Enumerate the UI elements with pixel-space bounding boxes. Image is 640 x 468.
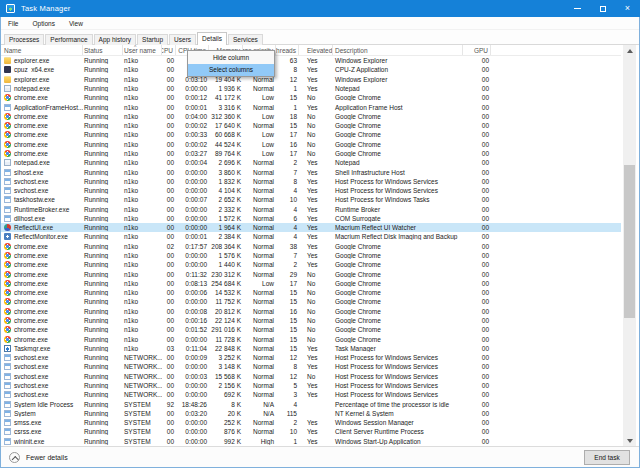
tab-startup[interactable]: Startup [137,34,168,45]
process-row-chrome-exe[interactable]: chrome.exeRunningn1ko000:00:0614 532 KNo… [1,288,621,297]
process-row-chrome-exe[interactable]: chrome.exeRunningn1ko000:00:1622 124 KNo… [1,316,621,325]
cell-description: Google Chrome [333,141,463,148]
cell-cpu: 00 [162,131,176,138]
end-task-button[interactable]: End task [584,450,630,465]
scrollbar-up-button[interactable] [623,45,636,56]
column-header-user[interactable]: User name [123,45,162,55]
column-header-elev[interactable]: Elevated [299,45,333,55]
process-row-notepad-exe[interactable]: notepad.exeRunningn1ko000:00:001 936 KNo… [1,84,621,93]
cell-cpu: 00 [162,94,176,101]
process-name-label: chrome.exe [14,122,48,129]
cell-description: Runtime Broker [333,206,463,213]
tab-users[interactable]: Users [169,34,196,45]
close-button[interactable]: × [615,0,640,17]
column-header-gpu[interactable]: GPU [463,45,491,55]
process-row-reflectmonitor-exe[interactable]: ReflectMonitor.exeRunningn1ko000:00:012 … [1,232,621,241]
minimize-button[interactable] [565,0,590,17]
cell-gpu: 00 [463,419,491,426]
cell-cpu: 00 [162,233,176,240]
process-row-dllhost-exe[interactable]: dllhost.exeRunningn1ko000:00:001 572 KNo… [1,214,621,223]
cell-memory: 44 524 K [209,141,243,148]
process-row-cpuz-x64-exe[interactable]: cpuz_x64.exeRunningn1ko00Normal8YesCPU-Z… [1,65,621,74]
cell-elevated: Yes [299,159,333,166]
process-row-wininit-exe[interactable]: wininit.exeRunningSYSTEM000:00:00992 KHi… [1,437,621,446]
process-row-notepad-exe[interactable]: notepad.exeRunningn1ko000:00:042 696 KNo… [1,158,621,167]
column-header-name[interactable]: Name [1,45,83,55]
process-name-label: ApplicationFrameHost... [14,104,83,111]
tab-processes[interactable]: Processes [4,34,44,45]
menu-options[interactable]: Options [25,20,61,27]
process-row-chrome-exe[interactable]: chrome.exeRunningn1ko000:00:001 576 KNor… [1,251,621,260]
column-header-thr[interactable]: Threads [276,45,299,55]
maximize-button[interactable] [590,0,615,17]
process-row-taskhostw-exe[interactable]: taskhostw.exeRunningn1ko000:00:072 652 K… [1,195,621,204]
cell-gpu: 00 [463,298,491,305]
chrome-icon [4,141,11,148]
tab-app-history[interactable]: App history [94,34,137,45]
process-row-smss-exe[interactable]: smss.exeRunningSYSTEM000:00:00252 KNorma… [1,418,621,427]
process-row-chrome-exe[interactable]: chrome.exeRunningn1ko000:00:0820 812 KNo… [1,307,621,316]
process-row-taskmgr-exe[interactable]: Taskmgr.exeRunningn1ko030:11:0422 848 KN… [1,344,621,353]
process-row-svchost-exe[interactable]: svchost.exeRunningNETWORK...000:00:00692… [1,390,621,399]
column-header-desc[interactable]: Description [333,45,463,55]
process-row-system[interactable]: SystemRunningSYSTEM000:03:2020 KN/A115NT… [1,409,621,418]
cell-memory: 14 532 K [209,289,243,296]
process-row-chrome-exe[interactable]: chrome.exeRunningn1ko000:01:52291 016 KN… [1,325,621,334]
process-row-svchost-exe[interactable]: svchost.exeRunningn1ko000:00:004 104 KNo… [1,186,621,195]
cell-base-priority: Normal [243,326,276,333]
column-header-cpu[interactable]: CPU [162,45,176,55]
process-row-chrome-exe[interactable]: chrome.exeRunningn1ko000:00:0217 640 KNo… [1,121,621,130]
process-row-chrome-exe[interactable]: chrome.exeRunningn1ko000:00:0244 524 KLo… [1,140,621,149]
process-row-chrome-exe[interactable]: chrome.exeRunningn1ko000:00:3360 668 KLo… [1,130,621,139]
process-row-chrome-exe[interactable]: chrome.exeRunningn1ko000:03:2789 764 KLo… [1,149,621,158]
cell-description: Windows Session Manager [333,419,463,426]
cell-user-name: n1ko [123,85,162,92]
tab-details[interactable]: Details [197,32,227,45]
scrollbar-down-button[interactable] [623,435,636,446]
process-row-chrome-exe[interactable]: chrome.exeRunningn1ko000:04:00312 360 KL… [1,112,621,121]
process-row-chrome-exe[interactable]: chrome.exeRunningn1ko020:17:57208 364 KN… [1,242,621,251]
tab-performance[interactable]: Performance [45,34,92,45]
process-row-runtimebroker-exe[interactable]: RuntimeBroker.exeRunningn1ko000:00:002 3… [1,205,621,214]
process-name-cell: ReflectUI.exe [1,224,83,231]
process-row-chrome-exe[interactable]: chrome.exeRunningn1ko000:00:0011 752 KNo… [1,297,621,306]
process-row-applicationframehost[interactable]: ApplicationFrameHost...Runningn1ko000:00… [1,102,621,111]
tab-services[interactable]: Services [228,34,263,45]
process-row-chrome-exe[interactable]: chrome.exeRunningn1ko000:00:0011 728 KNo… [1,334,621,343]
column-header-status[interactable]: Status [83,45,123,55]
process-row-chrome-exe[interactable]: chrome.exeRunningn1ko000:00:001 440 KNor… [1,260,621,269]
process-name-cell: svchost.exe [1,187,83,194]
cell-user-name: n1ko [123,345,162,352]
cell-base-priority: Normal [243,308,276,315]
process-row-svchost-exe[interactable]: svchost.exeRunningNETWORK...000:00:093 2… [1,353,621,362]
process-row-explorer-exe[interactable]: explorer.exeRunningn1ko000:03:1019 404 K… [1,75,621,84]
cell-gpu: 00 [463,428,491,435]
context-menu-item-hide-column[interactable]: Hide column [188,51,274,64]
process-row-chrome-exe[interactable]: chrome.exeRunningn1ko000:08:13254 684 KL… [1,279,621,288]
process-row-system-idle-process[interactable]: System Idle ProcessRunningSYSTEM9218:48:… [1,399,621,408]
fewer-details-toggle[interactable]: Fewer details [9,452,68,463]
vertical-scrollbar[interactable] [623,45,636,446]
context-menu-item-select-columns[interactable]: Select columns [188,64,274,77]
process-row-svchost-exe[interactable]: svchost.exeRunningNETWORK...000:00:002 1… [1,381,621,390]
process-row-chrome-exe[interactable]: chrome.exeRunningn1ko000:00:1241 172 KLo… [1,93,621,102]
process-name-cell: explorer.exe [1,57,83,64]
process-row-svchost-exe[interactable]: svchost.exeRunningNETWORK...000:00:003 1… [1,362,621,371]
cell-threads: 4 [276,187,299,194]
menu-view[interactable]: View [62,20,90,27]
cell-memory: 20 K [209,410,243,417]
cell-threads: 8 [276,66,299,73]
process-row-csrss-exe[interactable]: csrss.exeRunningSYSTEM000:00:00876 KNorm… [1,427,621,436]
cell-base-priority: Normal [243,261,276,268]
menu-file[interactable]: File [1,20,25,27]
cell-cpu: 00 [162,363,176,370]
process-row-sihost-exe[interactable]: sihost.exeRunningn1ko000:00:003 860 KNor… [1,167,621,176]
process-row-svchost-exe[interactable]: svchost.exeRunningn1ko000:00:001 832 KNo… [1,177,621,186]
scrollbar-thumb[interactable] [624,165,635,318]
process-row-reflectui-exe[interactable]: ReflectUI.exeRunningn1ko000:00:001 964 K… [1,223,621,232]
process-row-explorer-exe[interactable]: explorer.exeRunningn1ko00Normal63YesWind… [1,56,621,65]
cell-cpu-time: 0:00:00 [176,215,209,222]
generic-icon [4,391,11,398]
process-row-chrome-exe[interactable]: chrome.exeRunningn1ko000:11:32230 312 KN… [1,269,621,278]
process-row-svchost-exe[interactable]: svchost.exeRunningNETWORK...000:00:0315 … [1,372,621,381]
